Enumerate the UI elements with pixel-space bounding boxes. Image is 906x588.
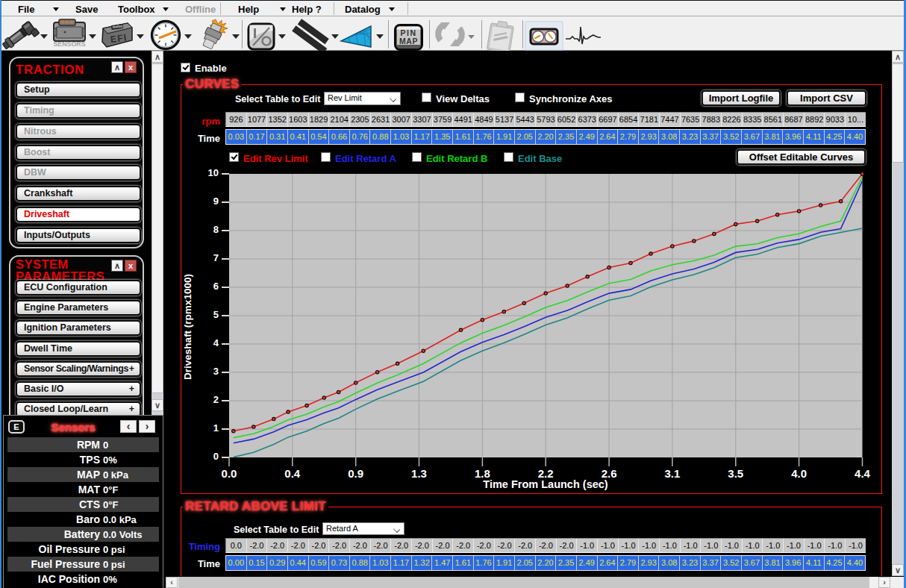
svg-text:8: 8 — [213, 224, 219, 235]
svg-text:9: 9 — [213, 196, 219, 207]
svg-text:0.4: 0.4 — [284, 467, 301, 480]
svg-text:3.1: 3.1 — [664, 467, 680, 480]
svg-text:MAP: MAP — [399, 37, 418, 46]
svg-text:3.5: 3.5 — [728, 467, 743, 480]
svg-text:7: 7 — [213, 252, 219, 263]
svg-text:1.3: 1.3 — [411, 467, 427, 480]
svg-text:Time From Launch (sec): Time From Launch (sec) — [483, 478, 607, 490]
svg-text:6: 6 — [213, 281, 219, 292]
svg-text:5: 5 — [213, 309, 219, 320]
svg-text:10: 10 — [208, 167, 219, 178]
svg-text:0.9: 0.9 — [348, 467, 363, 480]
svg-text:2: 2 — [213, 394, 219, 405]
svg-text:4.4: 4.4 — [855, 467, 871, 480]
svg-text:0: 0 — [213, 451, 219, 462]
svg-text:0.0: 0.0 — [222, 467, 237, 480]
svg-text:4.0: 4.0 — [791, 467, 807, 480]
svg-text:4: 4 — [213, 337, 219, 348]
svg-text:SENSORS: SENSORS — [53, 40, 85, 48]
svg-text:3: 3 — [213, 366, 219, 377]
svg-text:Driveshaft (rpmx1000): Driveshaft (rpmx1000) — [182, 274, 193, 380]
svg-text:1: 1 — [213, 422, 219, 434]
svg-text:EFI: EFI — [110, 32, 128, 45]
